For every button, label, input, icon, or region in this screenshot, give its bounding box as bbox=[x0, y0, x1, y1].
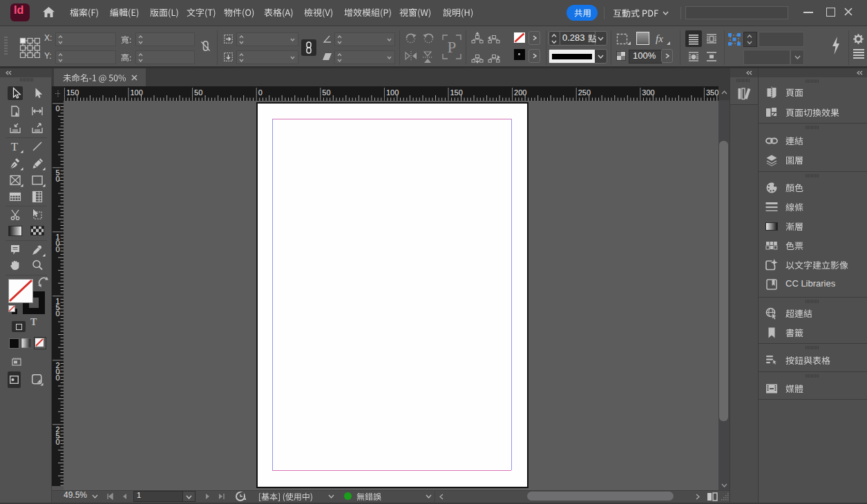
svg-text:50: 50 bbox=[194, 88, 202, 97]
svg-text:150: 150 bbox=[66, 88, 79, 97]
svg-text:P: P bbox=[448, 39, 457, 56]
svg-text:350: 350 bbox=[706, 88, 718, 97]
svg-text:150: 150 bbox=[450, 88, 463, 97]
svg-text:0: 0 bbox=[55, 438, 59, 446]
svg-text:0: 0 bbox=[55, 175, 59, 183]
svg-text:0: 0 bbox=[55, 309, 59, 318]
svg-text:0: 0 bbox=[258, 88, 263, 97]
svg-text:200: 200 bbox=[514, 88, 526, 97]
svg-text:T: T bbox=[11, 140, 19, 153]
svg-text:250: 250 bbox=[578, 88, 591, 97]
svg-text:100: 100 bbox=[131, 88, 143, 97]
svg-text:100: 100 bbox=[386, 88, 399, 97]
svg-text:300: 300 bbox=[642, 88, 654, 97]
svg-text:50: 50 bbox=[322, 88, 330, 97]
svg-text:0: 0 bbox=[55, 104, 59, 113]
svg-text:0: 0 bbox=[55, 374, 59, 382]
svg-text:0: 0 bbox=[55, 245, 59, 253]
